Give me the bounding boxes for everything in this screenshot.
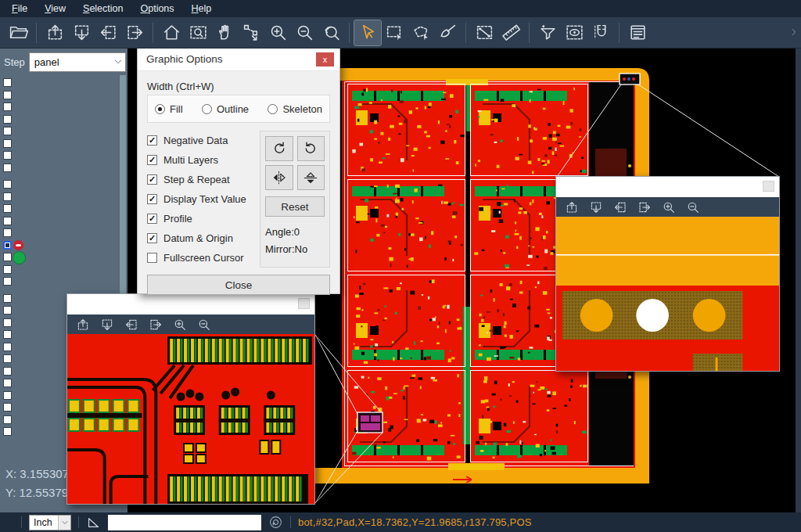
layer-row[interactable]: [0, 89, 128, 102]
layer-checkbox[interactable]: [3, 294, 12, 303]
layer-row[interactable]: [0, 77, 128, 89]
layer-checkbox[interactable]: [3, 306, 12, 315]
zoom-region-button[interactable]: [185, 20, 211, 45]
zoom-in-button[interactable]: [173, 318, 187, 332]
nudge-up-button[interactable]: [41, 20, 68, 45]
radio-fill[interactable]: Fill: [155, 103, 183, 115]
layer-checkbox[interactable]: [3, 253, 12, 261]
layer-checkbox[interactable]: [3, 367, 12, 376]
home-view-button[interactable]: [158, 20, 185, 45]
zoom-in-button[interactable]: [662, 200, 676, 214]
layer-row[interactable]: [0, 239, 128, 252]
layer-checkbox[interactable]: [3, 91, 12, 99]
layer-checkbox[interactable]: [3, 318, 12, 327]
layer-table-button[interactable]: [624, 20, 651, 45]
zoom-in-button[interactable]: [264, 20, 291, 45]
layer-row[interactable]: [0, 215, 128, 228]
select-rect-button[interactable]: [381, 20, 408, 45]
nudge-down-button[interactable]: [589, 200, 603, 214]
move-vertex-button[interactable]: [238, 20, 264, 45]
magnifier-view[interactable]: [556, 217, 779, 371]
layer-row[interactable]: [0, 125, 128, 138]
brush-button[interactable]: [434, 20, 461, 45]
select-poly-button[interactable]: [408, 20, 434, 45]
step-selector[interactable]: panel: [29, 52, 126, 72]
layer-checkbox[interactable]: [3, 217, 12, 225]
chevron-right-icon[interactable]: [788, 27, 799, 41]
layer-checkbox[interactable]: [3, 427, 12, 436]
ruler-button[interactable]: [497, 20, 524, 45]
layer-checkbox[interactable]: [3, 192, 12, 201]
layer-row[interactable]: [0, 178, 128, 191]
layer-checkbox[interactable]: [3, 354, 12, 363]
layer-row[interactable]: [0, 203, 128, 215]
window-button[interactable]: [763, 181, 774, 192]
checkbox-multi-layers[interactable]: ✓Multi Layers: [147, 150, 258, 170]
layer-row[interactable]: [0, 191, 128, 203]
nudge-left-button[interactable]: [124, 318, 138, 332]
layer-checkbox[interactable]: [3, 139, 12, 148]
filter-button[interactable]: [534, 20, 561, 45]
layer-checkbox[interactable]: [3, 415, 12, 424]
nudge-up-button[interactable]: [76, 318, 90, 332]
open-folder-button[interactable]: [5, 20, 31, 45]
layer-row[interactable]: [0, 275, 128, 288]
layer-checkbox[interactable]: [3, 204, 12, 213]
nudge-right-button[interactable]: [121, 20, 148, 45]
layer-row[interactable]: [0, 101, 128, 113]
layer-checkbox[interactable]: [3, 102, 12, 111]
layer-row[interactable]: [0, 227, 128, 239]
rotate-cw-button[interactable]: [265, 136, 293, 161]
radio-outline[interactable]: Outline: [202, 103, 249, 115]
layer-checkbox[interactable]: [3, 379, 12, 387]
zoom-previous-button[interactable]: [318, 20, 344, 45]
layer-row[interactable]: [0, 149, 128, 162]
layer-row[interactable]: [0, 138, 128, 150]
menu-options[interactable]: Options: [131, 0, 182, 17]
rotate-ccw-button[interactable]: [297, 136, 325, 161]
window-button[interactable]: [298, 298, 310, 309]
menu-file[interactable]: File: [3, 0, 36, 17]
nudge-up-button[interactable]: [565, 200, 579, 214]
view-options-button[interactable]: [561, 20, 587, 45]
nudge-down-button[interactable]: [100, 318, 114, 332]
layer-checkbox[interactable]: [3, 164, 12, 172]
checkbox-negative-data[interactable]: ✓Negative Data: [147, 131, 258, 150]
zoom-out-button[interactable]: [197, 318, 211, 332]
layer-row[interactable]: [0, 264, 128, 276]
layer-checkbox[interactable]: [3, 403, 12, 412]
layer-row[interactable]: [0, 251, 128, 264]
magnifier-title-bar[interactable]: [67, 294, 314, 315]
checkbox-step-repeat[interactable]: ✓Step & Repeat: [147, 170, 258, 189]
command-input[interactable]: [108, 515, 261, 530]
nudge-left-button[interactable]: [95, 20, 121, 45]
layer-checkbox[interactable]: [3, 228, 12, 237]
nudge-right-button[interactable]: [638, 200, 652, 214]
angle-measure-icon[interactable]: [86, 515, 101, 530]
layer-checkbox[interactable]: [3, 265, 12, 274]
flip-horizontal-button[interactable]: [265, 165, 293, 190]
close-button[interactable]: Close: [147, 275, 330, 295]
zoom-out-button[interactable]: [291, 20, 318, 45]
pan-hand-button[interactable]: [211, 20, 238, 45]
layer-checkbox[interactable]: [3, 277, 12, 286]
checkbox-display-text-value[interactable]: ✓Display Text Value: [147, 189, 258, 209]
close-icon[interactable]: x: [316, 52, 334, 66]
layer-checkbox[interactable]: [3, 241, 12, 250]
select-cursor-button[interactable]: [354, 20, 381, 45]
layer-checkbox[interactable]: [3, 391, 12, 400]
dialog-title-bar[interactable]: Graphic Options x: [138, 48, 339, 71]
layer-checkbox[interactable]: [3, 115, 12, 124]
magnifier-view[interactable]: [67, 334, 314, 504]
layer-checkbox[interactable]: [3, 151, 12, 160]
checkbox-profile[interactable]: ✓Profile: [147, 209, 258, 228]
reset-button[interactable]: Reset: [265, 196, 325, 217]
measure-line-button[interactable]: [471, 20, 497, 45]
checkbox-datum-origin[interactable]: ✓Datum & Origin: [147, 228, 258, 248]
checkbox-fullscreen-cursor[interactable]: Fullscreen Cursor: [147, 248, 258, 268]
magnifier-title-bar[interactable]: [556, 177, 779, 197]
zoom-out-button[interactable]: [686, 200, 700, 214]
snap-magnet-button[interactable]: [587, 20, 614, 45]
layer-checkbox[interactable]: [3, 127, 12, 135]
canvas-scrollbar[interactable]: [796, 49, 801, 512]
